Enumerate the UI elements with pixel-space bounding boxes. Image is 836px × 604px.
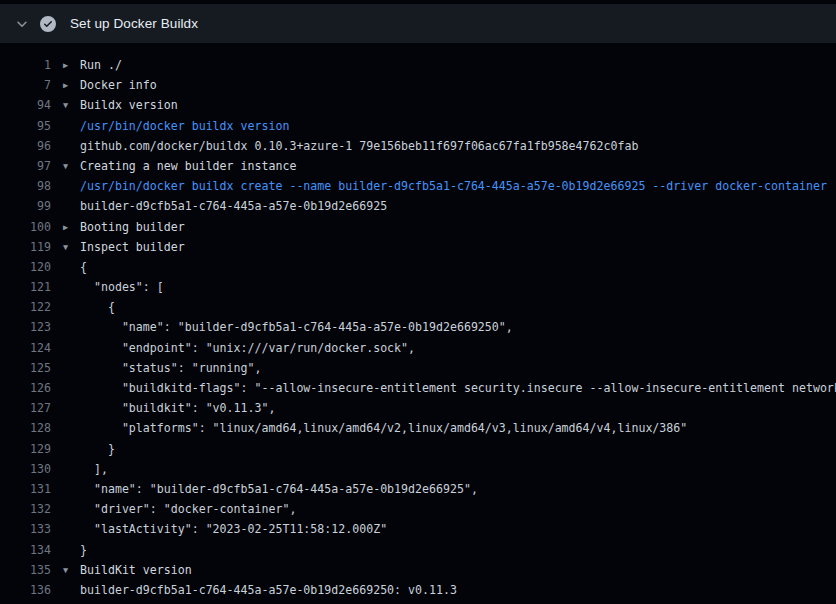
log-line-row: 95/usr/bin/docker buildx version <box>0 116 836 136</box>
line-number[interactable]: 123 <box>0 317 51 337</box>
gutter-spacer <box>51 378 80 398</box>
triangle-down-icon[interactable]: ▼ <box>51 237 80 257</box>
line-number[interactable]: 125 <box>0 358 51 378</box>
log-line-row: 136builder-d9cfb5a1-c764-445a-a57e-0b19d… <box>0 580 836 600</box>
gutter-spacer <box>51 580 80 600</box>
log-text: "lastActivity": "2023-02-25T11:58:12.000… <box>80 519 387 539</box>
log-text: "driver": "docker-container", <box>80 499 296 519</box>
line-number[interactable]: 131 <box>0 479 51 499</box>
triangle-down-icon[interactable]: ▼ <box>51 560 80 580</box>
log-group-row[interactable]: 94▼Buildx version <box>0 95 836 115</box>
triangle-right-icon[interactable]: ▶ <box>51 75 80 95</box>
group-title: BuildKit version <box>80 560 192 580</box>
log-text: "buildkit": "v0.11.3", <box>80 398 275 418</box>
log-text: builder-d9cfb5a1-c764-445a-a57e-0b19d2e6… <box>80 196 387 216</box>
line-number[interactable]: 136 <box>0 580 51 600</box>
log-group-row[interactable]: 1▶Run ./ <box>0 55 836 75</box>
log-line-row: 134} <box>0 540 836 560</box>
log-container: 1▶Run ./7▶Docker info94▼Buildx version95… <box>0 55 836 600</box>
gutter-spacer <box>51 317 80 337</box>
line-number[interactable]: 128 <box>0 418 51 438</box>
log-group-row[interactable]: 100▶Booting builder <box>0 217 836 237</box>
gutter-spacer <box>51 459 80 479</box>
command-text: /usr/bin/docker buildx version <box>80 116 289 136</box>
log-line-row: 125 "status": "running", <box>0 358 836 378</box>
line-number[interactable]: 119 <box>0 237 51 257</box>
triangle-down-icon[interactable]: ▼ <box>51 156 80 176</box>
log-text: ], <box>80 459 108 479</box>
line-number[interactable]: 94 <box>0 95 51 115</box>
log-line-row: 123 "name": "builder-d9cfb5a1-c764-445a-… <box>0 317 836 337</box>
log-text: } <box>80 540 87 560</box>
log-line-row: 126 "buildkitd-flags": "--allow-insecure… <box>0 378 836 398</box>
chevron-down-icon[interactable] <box>14 16 30 32</box>
step-title: Set up Docker Buildx <box>70 16 198 31</box>
log-text: "name": "builder-d9cfb5a1-c764-445a-a57e… <box>80 479 478 499</box>
gutter-spacer <box>51 297 80 317</box>
line-number[interactable]: 132 <box>0 499 51 519</box>
group-title: Booting builder <box>80 217 185 237</box>
line-number[interactable]: 95 <box>0 116 51 136</box>
log-line-row: 120{ <box>0 257 836 277</box>
line-number[interactable]: 127 <box>0 398 51 418</box>
check-circle-icon <box>40 16 56 32</box>
group-title: Docker info <box>80 75 157 95</box>
line-number[interactable]: 129 <box>0 439 51 459</box>
step-header[interactable]: Set up Docker Buildx <box>0 4 836 43</box>
line-number[interactable]: 120 <box>0 257 51 277</box>
log-line-row: 99builder-d9cfb5a1-c764-445a-a57e-0b19d2… <box>0 196 836 216</box>
log-text: { <box>80 257 87 277</box>
line-number[interactable]: 99 <box>0 196 51 216</box>
line-number[interactable]: 122 <box>0 297 51 317</box>
log-text: "name": "builder-d9cfb5a1-c764-445a-a57e… <box>80 317 513 337</box>
line-number[interactable]: 1 <box>0 55 51 75</box>
log-line-row: 128 "platforms": "linux/amd64,linux/amd6… <box>0 418 836 438</box>
group-title: Run ./ <box>80 55 122 75</box>
log-text: "endpoint": "unix:///var/run/docker.sock… <box>80 338 415 358</box>
gutter-spacer <box>51 257 80 277</box>
line-number[interactable]: 100 <box>0 217 51 237</box>
log-group-row[interactable]: 7▶Docker info <box>0 75 836 95</box>
line-number[interactable]: 96 <box>0 136 51 156</box>
log-line-row: 130 ], <box>0 459 836 479</box>
line-number[interactable]: 97 <box>0 156 51 176</box>
log-line-row: 124 "endpoint": "unix:///var/run/docker.… <box>0 338 836 358</box>
triangle-right-icon[interactable]: ▶ <box>51 55 80 75</box>
gutter-spacer <box>51 439 80 459</box>
log-text: } <box>80 439 115 459</box>
log-line-row: 122 { <box>0 297 836 317</box>
log-text: "buildkitd-flags": "--allow-insecure-ent… <box>80 378 836 398</box>
command-text: /usr/bin/docker buildx create --name bui… <box>80 176 827 196</box>
triangle-down-icon[interactable]: ▼ <box>51 95 80 115</box>
log-group-row[interactable]: 119▼Inspect builder <box>0 237 836 257</box>
log-line-row: 96github.com/docker/buildx 0.10.3+azure-… <box>0 136 836 156</box>
gutter-spacer <box>51 358 80 378</box>
gutter-spacer <box>51 479 80 499</box>
gutter-spacer <box>51 519 80 539</box>
gutter-spacer <box>51 116 80 136</box>
line-number[interactable]: 124 <box>0 338 51 358</box>
line-number[interactable]: 133 <box>0 519 51 539</box>
line-number[interactable]: 121 <box>0 277 51 297</box>
line-number[interactable]: 130 <box>0 459 51 479</box>
line-number[interactable]: 98 <box>0 176 51 196</box>
gutter-spacer <box>51 338 80 358</box>
log-group-row[interactable]: 97▼Creating a new builder instance <box>0 156 836 176</box>
line-number[interactable]: 7 <box>0 75 51 95</box>
gutter-spacer <box>51 136 80 156</box>
gutter-spacer <box>51 196 80 216</box>
log-text: "status": "running", <box>80 358 261 378</box>
gutter-spacer <box>51 398 80 418</box>
log-group-row[interactable]: 135▼BuildKit version <box>0 560 836 580</box>
gutter-spacer <box>51 176 80 196</box>
log-text: "nodes": [ <box>80 277 164 297</box>
log-line-row: 127 "buildkit": "v0.11.3", <box>0 398 836 418</box>
line-number[interactable]: 135 <box>0 560 51 580</box>
log-line-row: 98/usr/bin/docker buildx create --name b… <box>0 176 836 196</box>
triangle-right-icon[interactable]: ▶ <box>51 217 80 237</box>
line-number[interactable]: 126 <box>0 378 51 398</box>
log-line-row: 133 "lastActivity": "2023-02-25T11:58:12… <box>0 519 836 539</box>
line-number[interactable]: 134 <box>0 540 51 560</box>
gutter-spacer <box>51 418 80 438</box>
gutter-spacer <box>51 499 80 519</box>
